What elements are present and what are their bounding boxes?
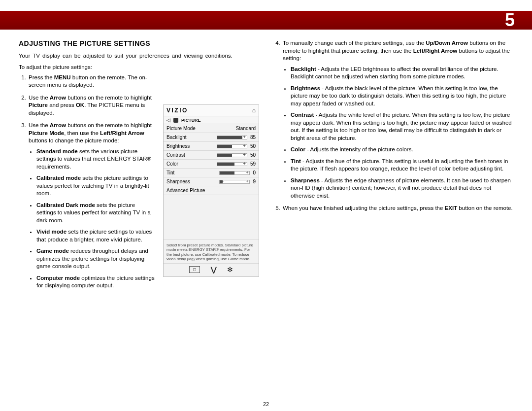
osd-value: 59: [250, 161, 256, 167]
bullet-vivid-mode: Vivid mode sets the picture settings to …: [36, 228, 156, 243]
step-5: When you have finished adjusting the pic…: [282, 205, 513, 212]
slider[interactable]: [217, 144, 247, 148]
osd-row-contrast[interactable]: Contrast 50: [164, 151, 259, 160]
bullet-calibrated-mode: Calibrated mode sets the picture setting…: [36, 174, 156, 198]
bullet-color: Color - Adjusts the intensity of the pic…: [291, 146, 513, 154]
chapter-number: 5: [505, 10, 515, 31]
vizio-logo: VIZIO: [166, 107, 188, 114]
left-column: ADJUSTING THE PICTURE SETTINGS Your TV d…: [19, 39, 259, 396]
slider[interactable]: [219, 171, 250, 175]
chapter-header: 5: [0, 11, 532, 30]
slider[interactable]: [219, 180, 250, 184]
bullet-backlight: Backlight - Adjusts the LED brightness t…: [291, 66, 513, 81]
osd-label: Contrast: [166, 152, 185, 158]
osd-row-tint[interactable]: Tint 0: [164, 169, 259, 177]
slider[interactable]: [217, 162, 247, 166]
gear-icon[interactable]: ✻: [227, 266, 233, 274]
right-column: To manually change each of the picture s…: [273, 39, 513, 396]
bullet-game-mode: Game mode reduces throughput delays and …: [36, 247, 156, 271]
osd-title-text: PICTURE: [181, 118, 201, 123]
step-1: Press the MENU button on the remote. The…: [28, 74, 156, 89]
osd-header: VIZIO ⌂: [164, 105, 259, 116]
osd-value: 50: [250, 143, 256, 149]
osd-row-backlight[interactable]: Backlight 85: [164, 133, 259, 142]
section-heading: ADJUSTING THE PICTURE SETTINGS: [19, 39, 259, 47]
osd-row-picture-mode[interactable]: Picture Mode Standard: [164, 124, 259, 133]
bullet-calibrated-dark-mode: Calibrated Dark mode sets the picture se…: [36, 202, 156, 225]
step-3: Use the Arrow buttons on the remote to h…: [28, 122, 156, 290]
osd-title-row: ◁ PICTURE: [164, 116, 259, 124]
picture-mode-bullets: Standard mode sets the various picture s…: [29, 148, 156, 290]
page-body: ADJUSTING THE PICTURE SETTINGS Your TV d…: [19, 39, 513, 396]
osd-panel: VIZIO ⌂ ◁ PICTURE Picture Mode Standard …: [163, 104, 259, 277]
osd-row-advanced[interactable]: Advanced Picture: [164, 186, 259, 195]
osd-row-sharpness[interactable]: Sharpness 9: [164, 177, 259, 186]
bullet-sharpness: Sharpness - Adjusts the edge sharpness o…: [291, 177, 513, 200]
home-icon[interactable]: ⌂: [252, 107, 256, 114]
osd-label: Brightness: [166, 143, 190, 149]
chevron-down-icon[interactable]: ⋁: [211, 266, 216, 274]
steps-list-right: To manually change each of the picture s…: [273, 39, 513, 212]
osd-value: Standard: [235, 126, 256, 131]
osd-row-brightness[interactable]: Brightness 50: [164, 142, 259, 151]
adjustment-bullets: Backlight - Adjusts the LED brightness t…: [283, 66, 513, 200]
osd-label: Backlight: [166, 135, 187, 140]
osd-value: 50: [250, 152, 256, 158]
lead-text: To adjust the picture settings:: [19, 64, 259, 70]
slider[interactable]: [217, 153, 247, 157]
bullet-computer-mode: Computer mode optimizes the picture sett…: [36, 274, 156, 290]
step-2: Use the Arrow buttons on the remote to h…: [28, 94, 156, 117]
osd-value: 85: [250, 135, 256, 140]
bullet-tint: Tint - Adjusts the hue of the picture. T…: [291, 158, 513, 173]
osd-value: 0: [253, 170, 256, 175]
picture-icon: [173, 118, 178, 123]
bullet-standard-mode: Standard mode sets the various picture s…: [36, 148, 156, 171]
step-4: To manually change each of the picture s…: [282, 39, 513, 200]
wide-icon[interactable]: □: [189, 266, 200, 273]
page-number: 22: [0, 401, 532, 407]
osd-label: Color: [166, 161, 178, 167]
osd-row-color[interactable]: Color 59: [164, 160, 259, 169]
osd-label: Picture Mode: [166, 126, 196, 131]
intro-text: Your TV display can be adjusted to suit …: [19, 52, 259, 60]
osd-hint-text: Select from preset picture modes. Standa…: [164, 240, 259, 263]
osd-nav-bar: □ ⋁ ✻: [164, 263, 259, 276]
bullet-brightness: Brightness - Adjusts the black level of …: [291, 85, 513, 108]
osd-label: Sharpness: [166, 179, 190, 184]
osd-label: Tint: [166, 170, 174, 175]
slider[interactable]: [217, 136, 247, 139]
osd-value: 9: [253, 179, 256, 184]
back-icon[interactable]: ◁: [166, 117, 170, 123]
osd-label: Advanced Picture: [166, 188, 205, 193]
bullet-contrast: Contrast - Adjusts the white level of th…: [291, 111, 513, 142]
